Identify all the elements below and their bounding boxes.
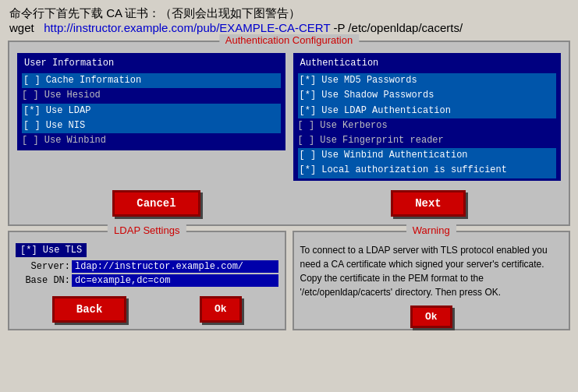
warning-dialog-title: Warning: [406, 224, 456, 236]
auth-item-2[interactable]: [*] Use LDAP Authentication: [298, 104, 557, 118]
ldap-basedn-row: Base DN: dc=example,dc=com: [16, 274, 278, 287]
ldap-button-row: Back Ok: [16, 296, 278, 323]
auth-dialog-title: Authentication Configuration: [219, 34, 359, 46]
auth-title: Authentication: [298, 55, 381, 72]
user-item-2[interactable]: [*] Use LDAP: [22, 104, 281, 118]
warning-button-row: Ok: [294, 305, 569, 328]
auth-list: Authentication [*] Use MD5 Passwords [*]…: [293, 53, 562, 181]
user-info-title: User Information: [22, 55, 116, 72]
user-item-1[interactable]: [ ] Use Hesiod: [22, 88, 281, 103]
ldap-basedn-label: Base DN:: [16, 275, 70, 286]
auth-item-0[interactable]: [*] Use MD5 Passwords: [298, 73, 557, 88]
header-line1: 命令行下首先下载 CA 证书：（否则会出现如下图警告）: [9, 6, 569, 21]
auth-item-1[interactable]: [*] Use Shadow Passwords: [298, 88, 557, 103]
warning-text: To connect to a LDAP server with TLS pro…: [300, 243, 563, 299]
ldap-basedn-value: dc=example,dc=com: [72, 274, 278, 287]
ldap-dialog-title: LDAP Settings: [108, 224, 186, 236]
cancel-button[interactable]: Cancel: [112, 190, 200, 217]
auth-item-4[interactable]: [ ] Use Fingerprint reader: [298, 133, 557, 148]
warning-ok-button[interactable]: Ok: [410, 305, 452, 328]
user-item-4[interactable]: [ ] Use Winbind: [22, 133, 281, 148]
auth-item-3[interactable]: [ ] Use Kerberos: [298, 118, 557, 133]
wget-cmd: wget: [9, 21, 34, 34]
auth-button-row: Cancel Next: [17, 190, 561, 217]
ldap-dialog: LDAP Settings [*] Use TLS Server: ldap:/…: [8, 231, 286, 330]
bottom-row: LDAP Settings [*] Use TLS Server: ldap:/…: [8, 231, 570, 330]
wget-url: http://instructor.example.com/pub/EXAMPL…: [44, 21, 330, 34]
next-button[interactable]: Next: [391, 190, 466, 217]
ldap-server-row: Server: ldap://instructor.example.com/: [16, 260, 278, 273]
back-button[interactable]: Back: [52, 296, 127, 323]
ldap-use-tls[interactable]: [*] Use TLS: [16, 243, 87, 257]
wget-rest: -P /etc/openldap/cacerts/: [333, 21, 463, 34]
warning-dialog: Warning To connect to a LDAP server with…: [293, 231, 571, 330]
user-info-list: User Information [ ] Cache Information […: [17, 53, 285, 150]
ldap-inner: [*] Use TLS Server: ldap://instructor.ex…: [16, 243, 278, 323]
user-info-section: User Information [ ] Cache Information […: [17, 53, 285, 181]
user-item-0[interactable]: [ ] Cache Information: [22, 73, 281, 88]
auth-dialog: Authentication Configuration User Inform…: [8, 41, 570, 226]
header-line2: wget http://instructor.example.com/pub/E…: [9, 21, 569, 34]
ldap-server-value: ldap://instructor.example.com/: [72, 260, 278, 273]
ldap-ok-button[interactable]: Ok: [200, 296, 242, 323]
user-item-3[interactable]: [ ] Use NIS: [22, 118, 281, 133]
auth-item-5[interactable]: [ ] Use Winbind Authentication: [298, 148, 557, 163]
header-section: 命令行下首先下载 CA 证书：（否则会出现如下图警告） wget http://…: [0, 0, 578, 37]
auth-item-6[interactable]: [*] Local authorization is sufficient: [298, 163, 557, 178]
auth-section: Authentication [*] Use MD5 Passwords [*]…: [293, 53, 562, 181]
ldap-server-label: Server:: [16, 261, 70, 272]
